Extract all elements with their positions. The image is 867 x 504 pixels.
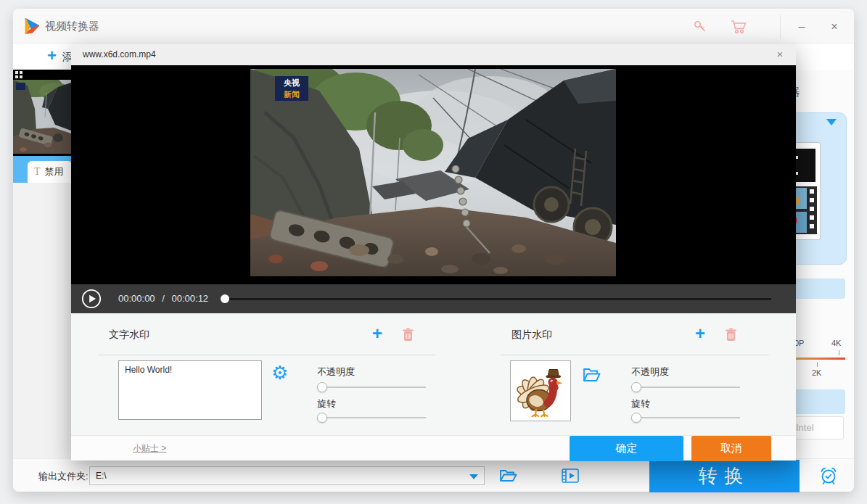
dialog-close-icon[interactable]: ×	[771, 44, 789, 65]
app-title: 视频转换器	[45, 9, 99, 44]
schedule-alarm-icon[interactable]	[818, 466, 839, 486]
chevron-down-icon[interactable]	[826, 119, 837, 125]
intel-label: Intel	[796, 422, 814, 433]
text-watermark-title: 文字水印	[109, 329, 149, 342]
combo-caret-icon[interactable]	[469, 474, 478, 479]
image-rotate-label: 旋转	[631, 397, 650, 410]
image-watermark-delete-icon[interactable]	[725, 328, 737, 342]
image-rotate-handle[interactable]	[631, 413, 641, 423]
tab-disable[interactable]: T 禁用	[28, 161, 73, 183]
left-panel-body	[13, 183, 71, 458]
text-rotate-handle[interactable]	[317, 413, 327, 423]
text-opacity-track[interactable]	[317, 387, 426, 388]
badge-line2: 新闻	[275, 88, 308, 100]
resolution-label-2k: 2K	[812, 368, 821, 377]
text-settings-gear-icon[interactable]: ⚙	[271, 363, 288, 382]
text-opacity-handle[interactable]	[317, 382, 327, 392]
time-duration: 00:00:12	[171, 293, 208, 304]
bottom-bar: 输出文件夹: E:\ 转换	[13, 458, 854, 492]
image-rotate-slider[interactable]	[631, 413, 740, 423]
text-rotate-track[interactable]	[317, 417, 426, 418]
app-logo-icon	[22, 17, 41, 36]
grid-view-icon	[15, 71, 23, 79]
image-opacity-handle[interactable]	[631, 382, 641, 392]
image-watermark-divider	[501, 355, 769, 355]
dialog-title: www.x6d.com.mp4	[83, 44, 156, 65]
text-rotate-label: 旋转	[317, 397, 336, 410]
dialog-header: www.x6d.com.mp4 ×	[71, 44, 796, 65]
watermark-tabstrip: T 禁用	[13, 156, 71, 183]
time-separator: /	[162, 293, 165, 304]
cart-icon[interactable]	[730, 19, 747, 35]
open-output-folder-icon[interactable]	[499, 468, 518, 483]
output-folder-label: 输出文件夹:	[38, 470, 89, 483]
text-rotate-slider[interactable]	[317, 413, 426, 423]
player-control-bar: 00:00:00 / 00:00:12	[71, 284, 796, 313]
text-watermark-add-icon[interactable]: +	[372, 325, 382, 342]
browse-image-folder-icon[interactable]	[583, 367, 601, 383]
output-folder-combobox[interactable]: E:\	[89, 466, 485, 485]
text-tool-icon: T	[34, 166, 41, 178]
resolution-label-0p: 0P	[794, 339, 804, 347]
close-button[interactable]: ×	[823, 16, 845, 38]
ok-button[interactable]: 确定	[570, 436, 683, 461]
watermark-dialog: www.x6d.com.mp4 ×	[71, 44, 796, 460]
time-current: 00:00:00	[118, 293, 155, 304]
cancel-button[interactable]: 取消	[691, 436, 771, 461]
image-watermark-add-icon[interactable]: +	[695, 325, 705, 342]
video-thumbnail[interactable]	[13, 80, 71, 154]
convert-button[interactable]: 转换	[649, 460, 800, 492]
title-bar: 视频转换器 – ×	[13, 9, 854, 44]
resolution-tick-4k	[839, 350, 839, 355]
image-opacity-label: 不透明度	[631, 365, 669, 379]
add-file-plus-icon[interactable]: +	[47, 46, 57, 65]
image-watermark-title: 图片水印	[511, 329, 552, 342]
watermark-image-preview[interactable]	[510, 360, 571, 421]
image-rotate-track[interactable]	[631, 417, 740, 418]
text-watermark-divider	[98, 355, 435, 355]
titlebar-separator	[780, 15, 781, 39]
tips-link[interactable]: 小贴士 >	[133, 436, 166, 461]
output-folder-value: E:\	[96, 471, 107, 481]
video-preview-area: 央视 新闻	[71, 65, 796, 284]
resolution-label-4k: 4K	[831, 339, 841, 347]
cctv-news-badge: 央视 新闻	[275, 76, 308, 101]
seek-handle[interactable]	[221, 294, 229, 303]
turkey-image	[514, 365, 567, 417]
minimize-button[interactable]: –	[791, 16, 813, 38]
register-key-icon[interactable]	[692, 19, 708, 35]
merge-video-icon[interactable]	[562, 468, 579, 483]
seek-bar[interactable]	[226, 298, 771, 300]
dialog-footer: 小贴士 > 确定 取消	[71, 435, 796, 460]
image-opacity-track[interactable]	[631, 387, 740, 388]
play-button[interactable]	[81, 289, 102, 309]
video-list-strip	[13, 70, 71, 156]
resolution-tick-2k	[817, 362, 818, 367]
text-opacity-slider[interactable]	[317, 382, 426, 392]
text-watermark-delete-icon[interactable]	[402, 328, 414, 342]
image-opacity-slider[interactable]	[631, 382, 740, 392]
text-opacity-label: 不透明度	[317, 365, 355, 379]
time-display: 00:00:00 / 00:00:12	[118, 284, 213, 313]
tab-disable-label: 禁用	[45, 165, 64, 178]
video-frame: 央视 新闻	[250, 69, 616, 276]
watermark-text-input[interactable]: Hello World!	[118, 360, 262, 420]
badge-line1: 央视	[275, 77, 308, 88]
